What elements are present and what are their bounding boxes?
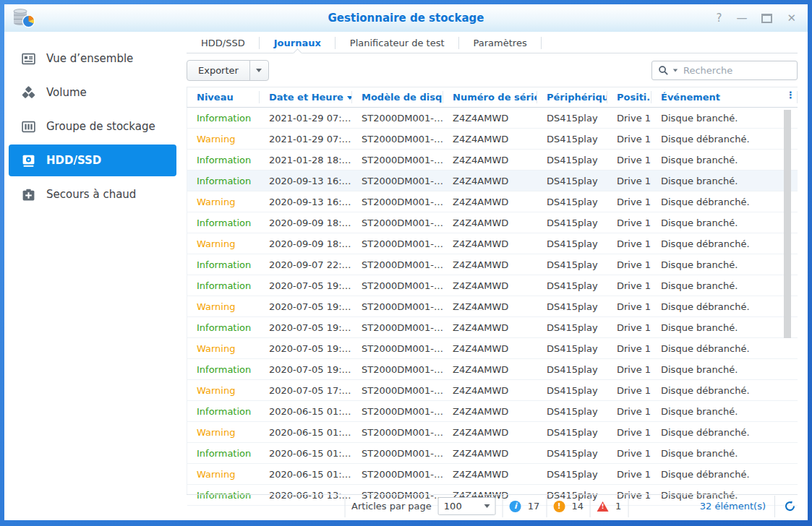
- cell-event: Disque débranché.: [651, 134, 798, 145]
- table-row[interactable]: Information 2021-01-28 18:… ST2000DM001-…: [187, 150, 798, 171]
- cell-device: DS415play: [537, 217, 607, 228]
- table-row[interactable]: Warning 2020-07-05 17:… ST2000DM001-… Z4…: [187, 380, 798, 401]
- cell-serial: Z4Z4AMWD: [443, 238, 537, 249]
- export-button-label[interactable]: Exporter: [187, 61, 250, 80]
- cell-device: DS415play: [537, 448, 607, 459]
- cell-serial: Z4Z4AMWD: [443, 448, 537, 459]
- cell-model: ST2000DM001-…: [352, 134, 443, 145]
- cell-event: Disque débranché.: [651, 469, 798, 480]
- sidebar-item-groupe-de-stockage[interactable]: Groupe de stockage: [9, 111, 176, 142]
- sidebar-item-label: Vue d’ensemble: [46, 52, 133, 65]
- maximize-icon[interactable]: [761, 14, 772, 23]
- tab-label: HDD/SSD: [201, 38, 245, 48]
- warning-count: 14: [571, 501, 584, 512]
- cell-device: DS415play: [537, 301, 607, 312]
- table-row[interactable]: Warning 2020-06-15 01:… ST2000DM001-… Z4…: [187, 422, 798, 443]
- cell-model: ST2000DM001-…: [352, 427, 443, 438]
- column-header-date-et-heure[interactable]: Date et Heure: [260, 87, 352, 107]
- search-input[interactable]: [682, 64, 791, 77]
- cell-date: 2020-07-05 19:…: [260, 364, 352, 375]
- column-header-positi[interactable]: Positi...: [607, 87, 651, 107]
- cell-level: Information: [187, 406, 260, 417]
- table-row[interactable]: Warning 2020-06-15 01:… ST2000DM001-… Z4…: [187, 464, 798, 485]
- cell-date: 2021-01-28 18:…: [260, 155, 352, 165]
- column-header-num-ro-de-s-rie[interactable]: Numéro de série: [443, 87, 537, 107]
- window-frame: Gestionnaire de stockage ? — ✕ Vue d’ens…: [0, 0, 812, 526]
- cell-level: Information: [187, 155, 260, 165]
- cell-position: Drive 1: [607, 322, 651, 333]
- error-count: 1: [615, 501, 621, 512]
- sidebar-item-vue-d-ensemble[interactable]: Vue d’ensemble: [9, 43, 176, 74]
- cell-position: Drive 1: [607, 217, 651, 228]
- cell-device: DS415play: [537, 197, 607, 207]
- search-filter-chevron-icon[interactable]: [673, 69, 678, 72]
- vertical-scrollbar[interactable]: [784, 110, 791, 338]
- close-icon[interactable]: ✕: [787, 13, 796, 24]
- table-row[interactable]: Warning 2020-09-13 16:… ST2000DM001-… Z4…: [187, 191, 798, 212]
- cell-event: Disque branché.: [651, 155, 798, 165]
- export-dropdown-button[interactable]: [250, 61, 268, 80]
- table-row[interactable]: Information 2020-07-05 19:… ST2000DM001-…: [187, 317, 798, 338]
- column-header-niveau[interactable]: Niveau: [187, 87, 260, 107]
- table-row[interactable]: Information 2020-09-07 22:… ST2000DM001-…: [187, 254, 798, 275]
- cell-serial: Z4Z4AMWD: [443, 217, 537, 228]
- table-row[interactable]: Warning 2021-01-29 07:… ST2000DM001-… Z4…: [187, 129, 798, 150]
- tab-label: Planificateur de test: [350, 38, 445, 48]
- tab-bar: HDD/SSD Journaux Planificateur de test P…: [187, 33, 798, 53]
- sidebar-item-hdd-ssd[interactable]: HDD/SSD: [9, 145, 176, 176]
- sidebar-item-secours-chaud[interactable]: Secours à chaud: [9, 178, 176, 210]
- cell-event: Disque débranché.: [651, 238, 798, 249]
- cell-date: 2020-07-05 17:…: [260, 385, 352, 396]
- cell-position: Drive 1: [607, 427, 651, 438]
- table-row[interactable]: Warning 2020-09-09 18:… ST2000DM001-… Z4…: [187, 233, 798, 254]
- column-header-mod-le-de-disque[interactable]: Modèle de disque: [352, 87, 443, 107]
- table-row[interactable]: Warning 2020-07-05 19:… ST2000DM001-… Z4…: [187, 296, 798, 317]
- sidebar: Vue d’ensemble Volume Groupe de stockage…: [4, 32, 182, 520]
- hot-spare-icon: [20, 186, 36, 202]
- cell-level: Warning: [187, 238, 260, 249]
- cell-serial: Z4Z4AMWD: [443, 343, 537, 354]
- search-icon[interactable]: [658, 65, 669, 76]
- table-row[interactable]: Information 2020-07-05 19:… ST2000DM001-…: [187, 359, 798, 380]
- cell-level: Information: [187, 217, 260, 228]
- cell-date: 2020-09-13 16:…: [260, 197, 352, 207]
- cell-serial: Z4Z4AMWD: [443, 364, 537, 375]
- sidebar-item-volume[interactable]: Volume: [9, 77, 176, 108]
- table-row[interactable]: Information 2020-09-13 16:… ST2000DM001-…: [187, 171, 798, 191]
- cell-date: 2020-07-05 19:…: [260, 301, 352, 312]
- minimize-icon[interactable]: —: [736, 13, 747, 24]
- cell-level: Information: [187, 280, 260, 291]
- help-icon[interactable]: ?: [716, 13, 722, 24]
- table-row[interactable]: Warning 2020-07-05 19:… ST2000DM001-… Z4…: [187, 338, 798, 359]
- cell-date: 2020-07-05 19:…: [260, 322, 352, 333]
- cell-level: Warning: [187, 301, 260, 312]
- column-options-icon[interactable]: ⋮: [786, 90, 795, 100]
- cell-serial: Z4Z4AMWD: [443, 280, 537, 291]
- cell-date: 2020-07-05 19:…: [260, 343, 352, 354]
- cell-model: ST2000DM001-…: [352, 385, 443, 396]
- table-row[interactable]: Information 2020-06-15 01:… ST2000DM001-…: [187, 443, 798, 464]
- cell-model: ST2000DM001-…: [352, 259, 443, 270]
- refresh-icon[interactable]: [784, 500, 796, 512]
- table-row[interactable]: Information 2020-09-09 18:… ST2000DM001-…: [187, 212, 798, 233]
- cell-event: Disque branché.: [651, 176, 798, 186]
- cell-level: Warning: [187, 134, 260, 145]
- cell-event: Disque débranché.: [651, 427, 798, 438]
- table-row[interactable]: Information 2020-06-15 01:… ST2000DM001-…: [187, 401, 798, 422]
- table-row[interactable]: Information 2020-07-05 19:… ST2000DM001-…: [187, 275, 798, 296]
- export-button[interactable]: Exporter: [187, 60, 269, 81]
- table-row[interactable]: Information 2021-01-29 07:… ST2000DM001-…: [187, 108, 798, 129]
- cell-date: 2021-01-29 07:…: [260, 113, 352, 124]
- pagination-group: Articles par page 100 i 17 ! 14 1: [344, 495, 628, 517]
- cell-position: Drive 1: [607, 259, 651, 270]
- items-per-page-select[interactable]: 100: [438, 497, 496, 515]
- column-header-v-nement[interactable]: Événement: [651, 87, 798, 107]
- tab-param-tres[interactable]: Paramètres: [459, 33, 542, 53]
- tab-hdd-ssd[interactable]: HDD/SSD: [187, 33, 260, 53]
- cell-device: DS415play: [537, 113, 607, 124]
- column-header-p-riph-rique[interactable]: Périphérique: [537, 87, 607, 107]
- cell-position: Drive 1: [607, 113, 651, 124]
- tab-planificateur-de-test[interactable]: Planificateur de test: [336, 33, 459, 53]
- cell-position: Drive 1: [607, 385, 651, 396]
- cell-serial: Z4Z4AMWD: [443, 427, 537, 438]
